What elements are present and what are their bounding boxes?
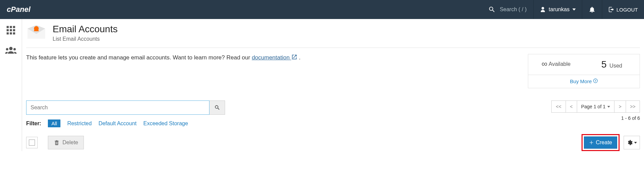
documentation-link[interactable]: documentation bbox=[252, 54, 297, 61]
svg-rect-1 bbox=[7, 26, 9, 28]
user-menu[interactable]: tarunkas bbox=[533, 0, 582, 19]
filter-row: Filter: All Restricted Default Account E… bbox=[26, 119, 225, 127]
svg-text:cPanel: cPanel bbox=[7, 5, 31, 14]
buy-more-link[interactable]: Buy More bbox=[570, 78, 598, 84]
pagination: << < Page 1 of 1 > >> bbox=[551, 100, 640, 113]
filter-default-account[interactable]: Default Account bbox=[98, 121, 136, 127]
svg-rect-7 bbox=[7, 32, 9, 34]
bell-icon bbox=[588, 6, 596, 13]
page-title: Email Accounts bbox=[53, 24, 117, 35]
page-subtitle: List Email Accounts bbox=[53, 36, 117, 42]
cpanel-logo[interactable]: cPanel bbox=[7, 4, 54, 15]
external-link-icon bbox=[291, 54, 297, 60]
create-highlight: Create bbox=[582, 134, 620, 151]
search-icon bbox=[214, 105, 220, 111]
stats-box: ∞ Available 5 Used Buy More bbox=[528, 54, 640, 88]
search-input[interactable] bbox=[26, 100, 209, 115]
filter-all[interactable]: All bbox=[48, 119, 60, 127]
svg-point-14 bbox=[593, 79, 597, 83]
grid-icon bbox=[6, 25, 16, 35]
content-area: Email Accounts List Email Accounts This … bbox=[22, 19, 644, 151]
create-button[interactable]: Create bbox=[584, 136, 617, 149]
trash-icon bbox=[54, 140, 60, 146]
range-text: 1 - 6 of 6 bbox=[551, 115, 640, 121]
sidebar bbox=[0, 19, 22, 151]
settings-button[interactable] bbox=[624, 136, 640, 149]
logout-button[interactable]: LOGOUT bbox=[602, 0, 644, 19]
arrow-circle-right-icon bbox=[593, 78, 598, 83]
caret-down-icon bbox=[607, 106, 610, 108]
user-icon bbox=[540, 6, 546, 13]
divider bbox=[26, 48, 640, 48]
sidebar-users-button[interactable] bbox=[5, 46, 17, 56]
sidebar-grid-button[interactable] bbox=[6, 25, 16, 37]
page-label[interactable]: Page 1 of 1 bbox=[577, 101, 615, 112]
page-prev-button[interactable]: < bbox=[566, 101, 577, 112]
svg-rect-9 bbox=[13, 32, 15, 34]
logout-label: LOGOUT bbox=[617, 7, 638, 13]
page-last-button[interactable]: >> bbox=[626, 101, 640, 112]
search-button[interactable] bbox=[209, 100, 225, 115]
svg-rect-3 bbox=[13, 26, 15, 28]
users-icon bbox=[5, 46, 17, 54]
global-search[interactable]: Search ( / ) bbox=[488, 6, 527, 13]
search-placeholder-text: Search ( / ) bbox=[500, 6, 527, 13]
svg-rect-8 bbox=[10, 32, 12, 34]
svg-rect-6 bbox=[13, 29, 15, 31]
top-bar: cPanel Search ( / ) tarunkas LOGOUT bbox=[0, 0, 644, 19]
page-first-button[interactable]: << bbox=[552, 101, 566, 112]
filter-label: Filter: bbox=[26, 121, 41, 127]
svg-rect-5 bbox=[10, 29, 12, 31]
search-icon bbox=[488, 6, 496, 13]
svg-point-10 bbox=[9, 47, 13, 50]
stat-available: ∞ Available bbox=[528, 54, 584, 75]
filter-restricted[interactable]: Restricted bbox=[67, 121, 92, 127]
logout-icon bbox=[608, 6, 614, 13]
notifications-button[interactable] bbox=[582, 0, 602, 19]
caret-down-icon bbox=[572, 8, 576, 11]
cpanel-logo-svg: cPanel bbox=[7, 4, 51, 15]
caret-down-icon bbox=[634, 142, 637, 144]
stat-used: 5 Used bbox=[584, 54, 640, 75]
username-label: tarunkas bbox=[549, 6, 569, 13]
intro-text: This feature lets you create and manage … bbox=[26, 54, 300, 61]
svg-rect-2 bbox=[10, 26, 12, 28]
select-all-checkbox[interactable] bbox=[26, 137, 38, 148]
page-next-button[interactable]: > bbox=[614, 101, 626, 112]
svg-point-12 bbox=[14, 48, 16, 51]
delete-button[interactable]: Delete bbox=[48, 136, 84, 149]
svg-rect-4 bbox=[7, 29, 9, 31]
gear-icon bbox=[627, 140, 633, 146]
filter-exceeded-storage[interactable]: Exceeded Storage bbox=[143, 121, 188, 127]
svg-point-11 bbox=[6, 48, 8, 51]
email-accounts-icon bbox=[26, 24, 47, 40]
plus-icon bbox=[589, 140, 594, 145]
